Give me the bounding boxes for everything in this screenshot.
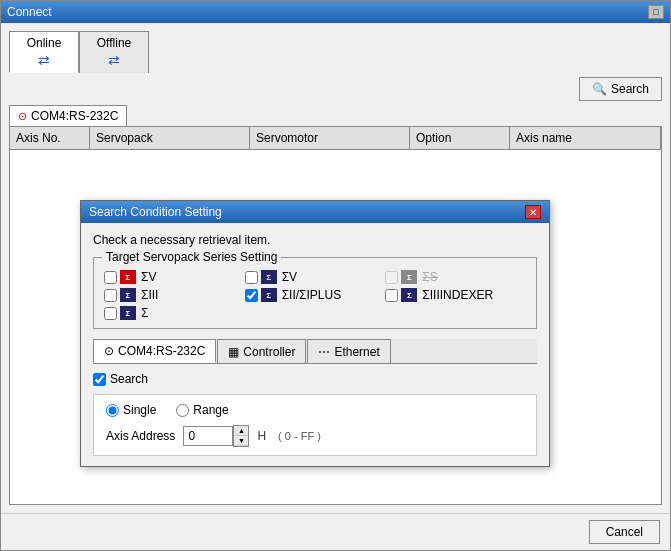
conn-controller-label: Controller bbox=[243, 345, 295, 359]
series-sigma-last-checkbox[interactable] bbox=[104, 307, 117, 320]
series-sigma3indexer-row: Σ ΣIIIINDEXER bbox=[385, 288, 526, 302]
series-sigmav-row: Σ ΣV bbox=[245, 270, 386, 284]
series-sigmav-checkbox[interactable] bbox=[245, 271, 258, 284]
conn-com4-label: COM4:RS-232C bbox=[118, 344, 205, 358]
modal-overlay: Search Condition Setting ✕ Check a neces… bbox=[0, 0, 671, 551]
conn-tab-com4[interactable]: ⊙ COM4:RS-232C bbox=[93, 339, 216, 363]
sigmas-icon: Σ bbox=[401, 270, 417, 284]
conn-tab-ethernet[interactable]: ⋯ Ethernet bbox=[307, 339, 390, 363]
address-row: Axis Address ▲ ▼ H ( 0 - FF ) bbox=[106, 425, 524, 447]
sigmav-label: ΣV bbox=[282, 270, 297, 284]
conn-controller-icon: ▦ bbox=[228, 345, 239, 359]
series-sigma2plus-row: Σ ΣII/ΣIPLUS bbox=[245, 288, 386, 302]
series-sigmas-row: Σ ΣS bbox=[385, 270, 526, 284]
dialog-close-button[interactable]: ✕ bbox=[525, 205, 541, 219]
sigma7-label: ΣV bbox=[141, 270, 156, 284]
sigma3-label: ΣIII bbox=[141, 288, 158, 302]
dialog-body: Check a necessary retrieval item. Target… bbox=[81, 223, 549, 466]
series-checkboxes: Σ ΣV Σ ΣV Σ ΣS bbox=[104, 270, 526, 320]
series-sigma3-checkbox[interactable] bbox=[104, 289, 117, 302]
sigma3-icon: Σ bbox=[120, 288, 136, 302]
radio-row: Single Range bbox=[106, 403, 524, 417]
servopack-group: Target Servopack Series Setting Σ ΣV Σ Σ… bbox=[93, 257, 537, 329]
series-sigma-last-row: Σ Σ bbox=[104, 306, 245, 320]
dialog-instruction: Check a necessary retrieval item. bbox=[93, 233, 537, 247]
sigmas-label: ΣS bbox=[422, 270, 437, 284]
sigma-last-icon: Σ bbox=[120, 306, 136, 320]
dialog-title-text: Search Condition Setting bbox=[89, 205, 222, 219]
range-hint: ( 0 - FF ) bbox=[278, 430, 321, 442]
address-section: Single Range Axis Address ▲ bbox=[93, 394, 537, 456]
dialog-title-bar: Search Condition Setting ✕ bbox=[81, 201, 549, 223]
axis-address-spinner: ▲ ▼ bbox=[233, 425, 249, 447]
series-sigma7-row: Σ ΣV bbox=[104, 270, 245, 284]
conn-tab-controller[interactable]: ▦ Controller bbox=[217, 339, 306, 363]
series-sigmas-checkbox[interactable] bbox=[385, 271, 398, 284]
tab-online[interactable]: Online ⇄ bbox=[9, 31, 79, 73]
single-label: Single bbox=[123, 403, 156, 417]
conn-ethernet-label: Ethernet bbox=[334, 345, 379, 359]
sigmav-icon: Σ bbox=[261, 270, 277, 284]
online-icon: ⇄ bbox=[38, 52, 50, 68]
sigma-last-label: Σ bbox=[141, 306, 148, 320]
sigma3indexer-icon: Σ bbox=[401, 288, 417, 302]
series-sigma3-row: Σ ΣIII bbox=[104, 288, 245, 302]
series-sigma3indexer-checkbox[interactable] bbox=[385, 289, 398, 302]
axis-address-input[interactable] bbox=[183, 426, 233, 446]
radio-range[interactable]: Range bbox=[176, 403, 228, 417]
search-condition-dialog: Search Condition Setting ✕ Check a neces… bbox=[80, 200, 550, 467]
spinner-down-button[interactable]: ▼ bbox=[234, 436, 248, 446]
series-sigma7-checkbox[interactable] bbox=[104, 271, 117, 284]
search-check-label: Search bbox=[110, 372, 148, 386]
group-title: Target Servopack Series Setting bbox=[102, 250, 281, 264]
sigma3indexer-label: ΣIIIINDEXER bbox=[422, 288, 493, 302]
hex-label: H bbox=[257, 429, 266, 443]
range-radio[interactable] bbox=[176, 404, 189, 417]
sigma7-icon: Σ bbox=[120, 270, 136, 284]
radio-single[interactable]: Single bbox=[106, 403, 156, 417]
series-sigma2plus-checkbox[interactable] bbox=[245, 289, 258, 302]
conn-ethernet-icon: ⋯ bbox=[318, 345, 330, 359]
spinner-up-button[interactable]: ▲ bbox=[234, 426, 248, 436]
conn-com4-icon: ⊙ bbox=[104, 344, 114, 358]
search-checkbox[interactable] bbox=[93, 373, 106, 386]
single-radio[interactable] bbox=[106, 404, 119, 417]
search-check-row: Search bbox=[93, 372, 537, 386]
sigma2plus-label: ΣII/ΣIPLUS bbox=[282, 288, 342, 302]
axis-input-group: ▲ ▼ bbox=[183, 425, 249, 447]
main-window: Connect □ Online ⇄ Offline ⇄ 🔍 Search bbox=[0, 0, 671, 551]
online-label: Online bbox=[27, 36, 62, 50]
range-label: Range bbox=[193, 403, 228, 417]
axis-address-label: Axis Address bbox=[106, 429, 175, 443]
conn-tabs: ⊙ COM4:RS-232C ▦ Controller ⋯ Ethernet bbox=[93, 339, 537, 364]
sigma2plus-icon: Σ bbox=[261, 288, 277, 302]
